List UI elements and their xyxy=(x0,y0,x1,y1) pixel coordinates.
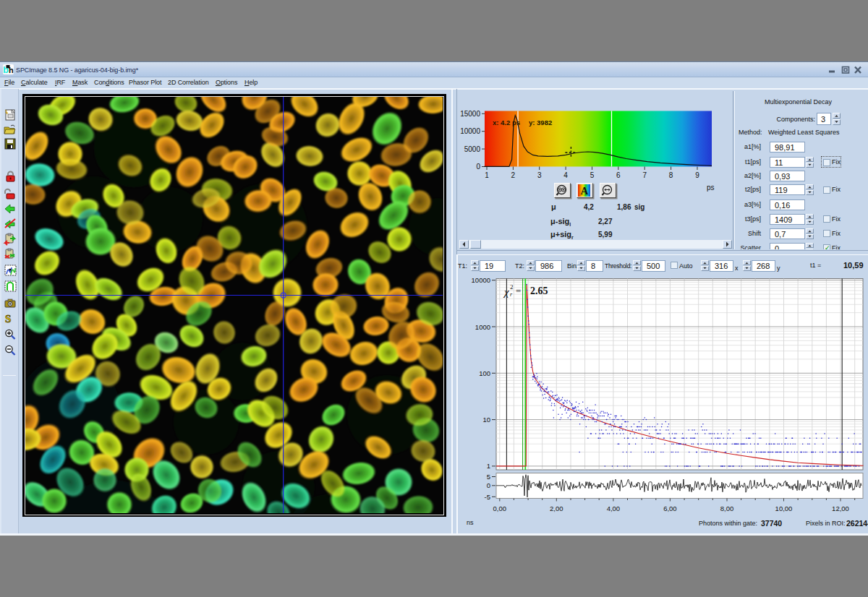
svg-text:9: 9 xyxy=(695,171,699,179)
svg-text:1: 1 xyxy=(487,462,490,470)
svg-text:10000: 10000 xyxy=(472,276,490,284)
svg-text:2: 2 xyxy=(511,171,516,179)
svg-text:=: = xyxy=(516,285,521,296)
svg-text:100: 100 xyxy=(479,369,490,377)
svg-text:0,00: 0,00 xyxy=(493,504,507,512)
svg-text:4: 4 xyxy=(563,171,568,179)
svg-text:2.65: 2.65 xyxy=(530,285,548,296)
svg-text:15000: 15000 xyxy=(460,110,480,118)
svg-text:S: S xyxy=(5,313,11,325)
svg-text:5: 5 xyxy=(590,171,595,179)
svg-text:5: 5 xyxy=(487,473,490,481)
svg-text:6,00: 6,00 xyxy=(663,504,677,512)
svg-text:0: 0 xyxy=(487,481,490,489)
svg-text:2: 2 xyxy=(510,283,514,291)
svg-text:10,00: 10,00 xyxy=(775,504,793,512)
svg-text:10: 10 xyxy=(482,416,490,424)
svg-text:4,00: 4,00 xyxy=(607,504,621,512)
svg-text:A: A xyxy=(581,185,589,197)
svg-text:h: h xyxy=(9,66,14,74)
svg-text:1000: 1000 xyxy=(475,323,490,331)
svg-text:3: 3 xyxy=(537,171,542,179)
svg-text:-5: -5 xyxy=(485,493,490,501)
svg-text:0: 0 xyxy=(476,163,480,171)
svg-text:2,00: 2,00 xyxy=(550,504,563,512)
svg-text:b: b xyxy=(3,64,9,74)
svg-text:10000: 10000 xyxy=(460,127,480,135)
svg-text:7: 7 xyxy=(642,171,647,179)
svg-text:1: 1 xyxy=(485,171,489,179)
svg-text:χ: χ xyxy=(503,286,509,298)
svg-text:x: 4.2 ps: x: 4.2 ps xyxy=(493,119,520,126)
svg-text:12,00: 12,00 xyxy=(832,504,849,512)
svg-text:8,00: 8,00 xyxy=(720,504,734,512)
svg-text:5000: 5000 xyxy=(464,145,481,153)
svg-text:y: 3982: y: 3982 xyxy=(529,119,552,126)
svg-text:6: 6 xyxy=(616,171,621,179)
svg-text:ps: ps xyxy=(707,184,715,192)
svg-text:8: 8 xyxy=(669,171,673,179)
